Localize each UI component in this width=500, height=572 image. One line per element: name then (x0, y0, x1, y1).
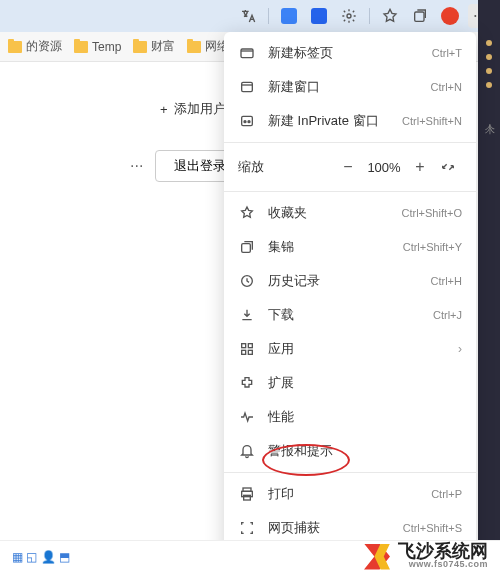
menu-label: 收藏夹 (268, 204, 401, 222)
menu-shortcut: Ctrl+T (432, 47, 462, 59)
window-icon (238, 79, 256, 95)
zoom-label: 缩放 (238, 158, 334, 176)
menu-collections[interactable]: 集锦Ctrl+Shift+Y (224, 230, 476, 264)
zoom-in-button[interactable]: + (406, 153, 434, 181)
menu-shortcut: Ctrl+Shift+N (402, 115, 462, 127)
menu-label: 下载 (268, 306, 433, 324)
bookmark-item[interactable]: Temp (74, 40, 121, 54)
svg-rect-15 (248, 350, 252, 354)
menu-shortcut: Ctrl+H (431, 275, 462, 287)
bookmark-label: 的资源 (26, 38, 62, 55)
menu-label: 性能 (268, 408, 462, 426)
menu-performance[interactable]: 性能 (224, 400, 476, 434)
translate-icon[interactable] (236, 4, 260, 28)
collections-icon (238, 239, 256, 255)
bookmark-item[interactable]: 财富 (133, 38, 175, 55)
bookmark-item[interactable]: 的资源 (8, 38, 62, 55)
gear-icon[interactable] (337, 4, 361, 28)
sidebar-dot[interactable] (486, 54, 492, 60)
brand-url: www.fs0745.com (409, 560, 488, 569)
menu-zoom: 缩放 − 100% + (224, 147, 476, 187)
svg-rect-7 (242, 116, 253, 125)
sidebar-dot[interactable] (486, 82, 492, 88)
menu-print[interactable]: 打印Ctrl+P (224, 477, 476, 511)
more-dots-button[interactable]: ··· (130, 157, 143, 175)
menu-shortcut: Ctrl+P (431, 488, 462, 500)
zoom-out-button[interactable]: − (334, 153, 362, 181)
menu-label: 打印 (268, 485, 431, 503)
sidebar-dot[interactable] (486, 68, 492, 74)
menu-label: 应用 (268, 340, 458, 358)
footer-icons: ▦ ◱ 👤 ⬒ (12, 550, 70, 564)
toolbar-divider (268, 8, 269, 24)
menu-label: 集锦 (268, 238, 403, 256)
star-icon (238, 205, 256, 221)
zoom-value: 100% (362, 160, 406, 175)
inprivate-icon (238, 113, 256, 129)
svg-point-0 (347, 14, 351, 18)
browser-menu: 新建标签页Ctrl+T 新建窗口Ctrl+N 新建 InPrivate 窗口Ct… (224, 32, 476, 572)
watermark-footer: ▦ ◱ 👤 ⬒ 飞沙系统网 www.fs0745.com (0, 540, 500, 572)
collections-icon[interactable] (408, 4, 432, 28)
pulse-icon (238, 409, 256, 425)
browser-toolbar (0, 0, 500, 32)
menu-label: 历史记录 (268, 272, 431, 290)
print-icon (238, 486, 256, 502)
svg-rect-12 (242, 344, 246, 348)
menu-separator (224, 191, 476, 192)
menu-history[interactable]: 历史记录Ctrl+H (224, 264, 476, 298)
app2-icon[interactable] (307, 4, 331, 28)
toolbar-divider (369, 8, 370, 24)
menu-new-inprivate[interactable]: 新建 InPrivate 窗口Ctrl+Shift+N (224, 104, 476, 138)
menu-label: 新建标签页 (268, 44, 432, 62)
extension-icon (238, 375, 256, 391)
menu-downloads[interactable]: 下载Ctrl+J (224, 298, 476, 332)
svg-rect-13 (248, 344, 252, 348)
fullscreen-button[interactable] (434, 153, 462, 181)
menu-extensions[interactable]: 扩展 (224, 366, 476, 400)
menu-new-tab[interactable]: 新建标签页Ctrl+T (224, 36, 476, 70)
svg-rect-5 (241, 49, 253, 58)
favorites-icon[interactable] (378, 4, 402, 28)
menu-favorites[interactable]: 收藏夹Ctrl+Shift+O (224, 196, 476, 230)
menu-label: 网页捕获 (268, 519, 403, 537)
edge-sidebar: 个人 (478, 0, 500, 540)
menu-new-window[interactable]: 新建窗口Ctrl+N (224, 70, 476, 104)
menu-shortcut: Ctrl+Shift+O (401, 207, 462, 219)
sidebar-dot[interactable] (486, 40, 492, 46)
brand-name: 飞沙系统网 (398, 542, 488, 560)
menu-shortcut: Ctrl+Shift+S (403, 522, 462, 534)
bookmark-label: 财富 (151, 38, 175, 55)
svg-rect-14 (242, 350, 246, 354)
svg-rect-1 (415, 12, 424, 21)
svg-point-9 (248, 121, 250, 123)
menu-label: 新建 InPrivate 窗口 (268, 112, 402, 130)
menu-separator (224, 142, 476, 143)
bookmark-label: Temp (92, 40, 121, 54)
chevron-right-icon: › (458, 342, 462, 356)
avatar-icon[interactable] (438, 4, 462, 28)
menu-apps[interactable]: 应用› (224, 332, 476, 366)
tab-icon (238, 45, 256, 61)
menu-shortcut: Ctrl+J (433, 309, 462, 321)
menu-shortcut: Ctrl+N (431, 81, 462, 93)
svg-point-2 (474, 15, 476, 17)
menu-alerts[interactable]: 警报和提示 (224, 434, 476, 468)
bell-icon (238, 443, 256, 459)
download-icon (238, 307, 256, 323)
brand: 飞沙系统网 www.fs0745.com (364, 542, 488, 571)
svg-rect-6 (242, 82, 253, 91)
menu-label: 新建窗口 (268, 78, 431, 96)
svg-rect-10 (242, 244, 251, 253)
menu-label: 警报和提示 (268, 442, 462, 460)
menu-label: 扩展 (268, 374, 462, 392)
app1-icon[interactable] (277, 4, 301, 28)
menu-shortcut: Ctrl+Shift+Y (403, 241, 462, 253)
svg-point-8 (244, 121, 246, 123)
menu-separator (224, 472, 476, 473)
capture-icon (238, 520, 256, 536)
plus-icon: + (160, 102, 168, 117)
history-icon (238, 273, 256, 289)
apps-icon (238, 341, 256, 357)
brand-logo-icon (364, 544, 390, 570)
